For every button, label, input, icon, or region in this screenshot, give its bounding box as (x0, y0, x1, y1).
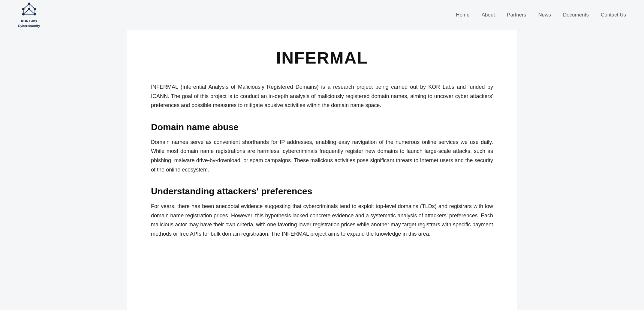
nav-partners[interactable]: Partners (507, 12, 526, 18)
logo[interactable]: KOR Labs Cybersecurity (18, 2, 40, 28)
nav-news[interactable]: News (538, 12, 551, 18)
section1-heading: Domain name abuse (151, 122, 493, 132)
section1-body: Domain names serve as convenient shortha… (151, 138, 493, 174)
nav-about[interactable]: About (482, 12, 495, 18)
nav-home[interactable]: Home (456, 12, 469, 18)
logo-subtext: Cybersecurity (18, 24, 40, 28)
main-nav: Home About Partners News Documents Conta… (456, 12, 626, 18)
section2-heading: Understanding attackers' preferences (151, 186, 493, 196)
logo-text: KOR Labs (21, 19, 37, 23)
main-content: INFERMAL INFERMAL (Inferential Analysis … (127, 30, 517, 310)
page-title: INFERMAL (151, 48, 493, 67)
logo-icon (19, 2, 40, 18)
nav-contact[interactable]: Contact Us (601, 12, 626, 18)
section2-body: For years, there has been anecdotal evid… (151, 202, 493, 238)
intro-paragraph: INFERMAL (Inferential Analysis of Malici… (151, 82, 493, 110)
nav-documents[interactable]: Documents (563, 12, 589, 18)
site-header: KOR Labs Cybersecurity Home About Partne… (0, 0, 644, 30)
